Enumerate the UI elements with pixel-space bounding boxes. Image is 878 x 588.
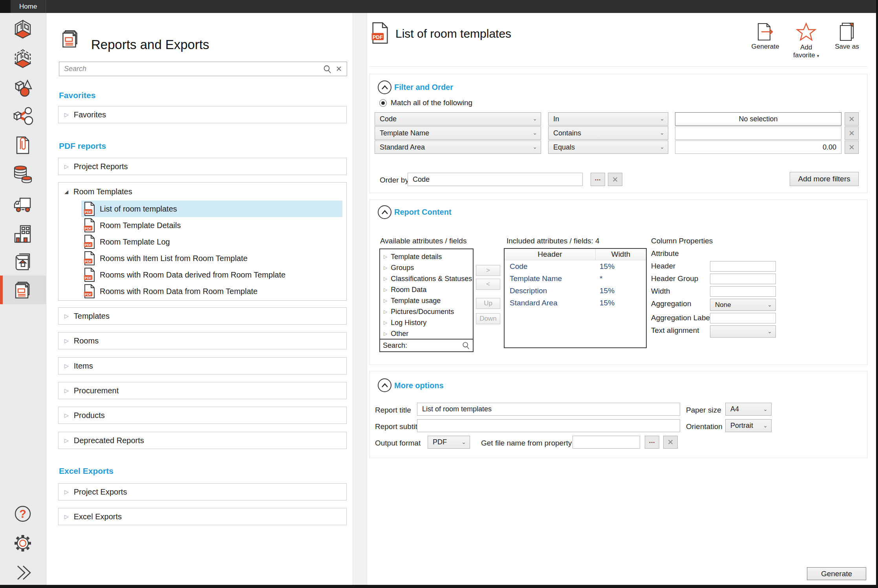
report-title-field[interactable] [417,403,680,416]
add-favorite-button[interactable]: Add favorite ▾ [789,22,823,59]
logistics-icon[interactable] [11,192,34,215]
table-row[interactable]: Template Name* [505,272,646,285]
group-project-reports[interactable]: ▷ Project Reports [58,158,347,175]
header-group-field[interactable] [710,274,776,284]
radio-selected-icon[interactable] [379,99,387,107]
finance-icon[interactable] [11,163,34,186]
filter-attribute-dropdown[interactable]: Standard Area⌄ [375,141,541,154]
column-header[interactable]: Header [505,249,596,260]
chevron-right-icon[interactable]: ▷ [384,254,387,259]
clear-file-name-button[interactable]: ✕ [663,436,678,449]
filter-operator-dropdown[interactable]: Contains⌄ [548,126,668,140]
remove-filter-button[interactable]: ✕ [845,141,859,154]
attr-group-classifications[interactable]: ▷Classifications & Statuses [380,273,473,284]
move-down-button[interactable]: Down [476,313,500,324]
search-input[interactable] [64,65,319,73]
match-all-radio-row[interactable]: Match all of the following [379,99,472,107]
save-as-button[interactable]: Save as [830,22,864,59]
filter-operator-dropdown[interactable]: In⌄ [548,112,668,126]
buildings-icon[interactable] [11,223,34,245]
home-menu[interactable]: Home [11,0,46,13]
chevron-expanded-icon[interactable]: ◢ [64,189,68,195]
chevron-right-icon[interactable]: ▷ [64,437,69,444]
group-favorites[interactable]: ▷ Favorites [58,106,347,123]
move-right-button[interactable]: > [476,265,500,276]
chevron-right-icon[interactable]: ▷ [384,331,387,336]
group-templates[interactable]: ▷ Templates [58,307,347,325]
generate-footer-button[interactable]: Generate [807,567,866,580]
chevron-right-icon[interactable]: ▷ [384,276,387,281]
chevron-right-icon[interactable]: ▷ [384,265,387,270]
attributes-search-row[interactable]: Search: [380,339,473,351]
aggregation-label-field[interactable] [710,313,776,323]
chevron-right-icon[interactable]: ▷ [64,489,69,495]
tree-item-list-of-room-templates[interactable]: PDF List of room templates [81,201,342,217]
width-field[interactable] [710,286,776,297]
clear-search-icon[interactable]: ✕ [336,64,342,73]
column-width[interactable]: Width [596,249,646,260]
order-by-browse-button[interactable]: ●●● [591,173,605,186]
report-subtitle-field[interactable] [417,419,680,432]
aggregation-dropdown[interactable]: None⌄ [710,299,776,311]
attr-group-log-history[interactable]: ▷Log History [380,317,473,328]
filter-attribute-dropdown[interactable]: Template Name⌄ [375,126,541,140]
help-icon[interactable]: ? [11,502,34,525]
attr-group-template-details[interactable]: ▷Template details [380,251,473,262]
group-excel-exports[interactable]: ▷ Excel Exports [58,508,347,525]
chevron-right-icon[interactable]: ▷ [64,338,69,344]
generate-button[interactable]: Generate [748,22,783,59]
group-procurement[interactable]: ▷ Procurement [58,382,347,399]
remove-filter-button[interactable]: ✕ [845,126,859,140]
collapse-options-section-button[interactable] [378,378,391,392]
attachments-icon[interactable] [11,134,34,157]
chevron-right-icon[interactable]: ▷ [64,513,69,520]
attr-group-template-usage[interactable]: ▷Template usage [380,295,473,306]
filter-value-field[interactable] [675,126,841,140]
tree-item-rooms-with-room-data-derived[interactable]: PDF Rooms with Room Data derived from Ro… [81,267,346,283]
group-room-templates-header[interactable]: ◢ Room Templates [59,183,346,201]
filter-value-field[interactable] [675,141,841,154]
room-templates-icon[interactable] [11,46,34,69]
filter-attribute-dropdown[interactable]: Code⌄ [375,112,541,126]
chevron-right-icon[interactable]: ▷ [64,163,69,170]
products-icon[interactable] [11,250,34,273]
group-products[interactable]: ▷ Products [58,407,347,424]
table-row[interactable]: Standard Area15% [505,297,646,309]
add-more-filters-button[interactable]: Add more filters [790,172,859,186]
move-up-button[interactable]: Up [476,298,500,309]
chevron-right-icon[interactable]: ▷ [384,309,387,314]
tree-item-rooms-with-item-list[interactable]: PDF Rooms with Item List from Room Templ… [81,250,346,267]
remove-filter-button[interactable]: ✕ [845,112,859,126]
text-alignment-dropdown[interactable]: ⌄ [710,325,776,338]
derived-items-icon[interactable] [11,105,34,128]
collapse-sidebar-icon[interactable] [11,561,34,584]
table-row[interactable]: Code15% [505,260,646,272]
filter-operator-dropdown[interactable]: Equals⌄ [548,141,668,154]
output-format-dropdown[interactable]: PDF⌄ [428,436,470,449]
header-field[interactable] [710,261,776,272]
chevron-right-icon[interactable]: ▷ [384,287,387,292]
chevron-right-icon[interactable]: ▷ [64,387,69,394]
chevron-right-icon[interactable]: ▷ [64,412,69,418]
table-row[interactable]: Description15% [505,285,646,297]
file-name-browse-button[interactable]: ●●● [645,436,659,449]
group-project-exports[interactable]: ▷ Project Exports [58,483,347,500]
tree-item-room-template-details[interactable]: PDF Room Template Details [81,217,346,234]
attr-group-room-data[interactable]: ▷Room Data [380,284,473,295]
clear-order-by-button[interactable]: ✕ [608,173,622,186]
attr-group-pictures-documents[interactable]: ▷Pictures/Documents [380,306,473,317]
chevron-right-icon[interactable]: ▷ [64,313,69,319]
settings-icon[interactable] [11,532,34,555]
group-deprecated-reports[interactable]: ▷ Deprecated Reports [58,432,347,449]
chevron-right-icon[interactable]: ▷ [64,111,69,118]
attr-group-other[interactable]: ▷Other [380,328,473,339]
attr-group-groups[interactable]: ▷Groups [380,262,473,273]
collapse-filter-section-button[interactable] [378,80,391,94]
tree-item-room-template-log[interactable]: PDF Room Template Log [81,234,346,250]
tree-item-rooms-with-room-data[interactable]: PDF Rooms with Room Data from Room Templ… [81,283,346,299]
chevron-right-icon[interactable]: ▷ [384,320,387,325]
file-name-property-field[interactable] [573,436,640,449]
group-rooms[interactable]: ▷ Rooms [58,332,347,349]
chevron-right-icon[interactable]: ▷ [384,298,387,303]
rooms-icon[interactable] [11,17,34,40]
